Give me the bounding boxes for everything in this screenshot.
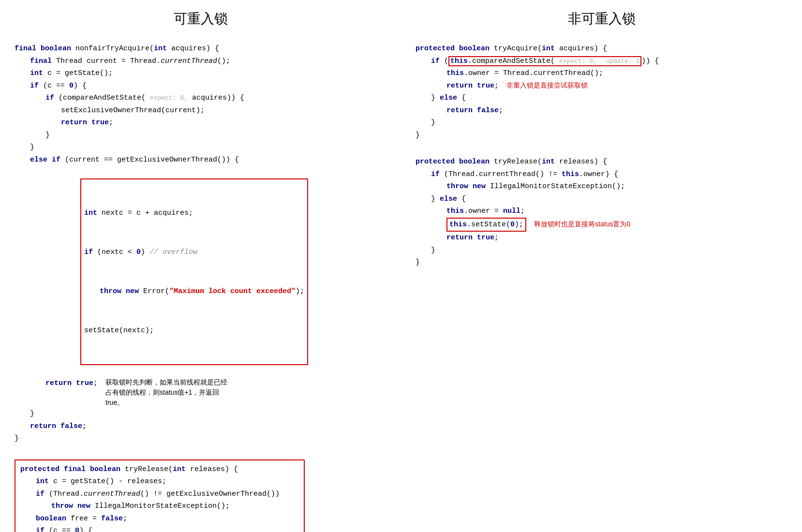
right-release-block: protected boolean tryRelease(int release… bbox=[416, 156, 787, 269]
right-title: 非可重入锁 bbox=[416, 10, 787, 28]
left-acquire-block: final boolean nonfairTryAcquire(int acqu… bbox=[15, 43, 386, 445]
left-release-block: protected final boolean tryRelease(int r… bbox=[15, 459, 305, 532]
page-layout: 可重入锁 final boolean nonfairTryAcquire(int… bbox=[15, 10, 787, 532]
left-title: 可重入锁 bbox=[15, 10, 386, 28]
right-acquire-block: protected boolean tryAcquire(int acquire… bbox=[416, 43, 787, 141]
right-column: 非可重入锁 protected boolean tryAcquire(int a… bbox=[416, 10, 787, 283]
left-column: 可重入锁 final boolean nonfairTryAcquire(int… bbox=[15, 10, 386, 532]
